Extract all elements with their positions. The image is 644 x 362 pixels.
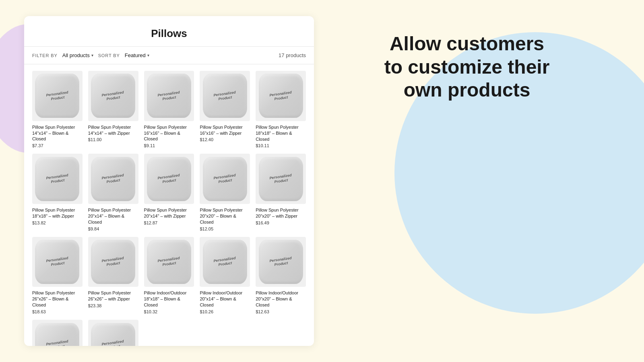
pillow-shape: PersonalizedProduct: [203, 74, 247, 118]
product-name: Pillow Spun Polyester 20"x20" – with Zip…: [256, 207, 306, 219]
pillow-shape: PersonalizedProduct: [147, 157, 191, 201]
product-card[interactable]: PersonalizedProduct Pillow Indoor/Outdoo…: [256, 237, 306, 314]
filter-bar: FILTER BY All products ▾ SORT BY Feature…: [24, 46, 314, 64]
personalized-label: PersonalizedProduct: [269, 256, 293, 268]
products-scroll[interactable]: PersonalizedProduct Pillow Spun Polyeste…: [24, 64, 314, 346]
pillow-body: PersonalizedProduct: [259, 157, 303, 201]
pillow-shape: PersonalizedProduct: [91, 74, 135, 118]
pillow-shape: PersonalizedProduct: [91, 157, 135, 201]
product-card[interactable]: PersonalizedProduct Pillow Spun Polyeste…: [88, 154, 138, 231]
product-price: $23.38: [88, 303, 138, 308]
pillow-body: PersonalizedProduct: [147, 157, 191, 201]
product-price: $13.82: [32, 220, 83, 225]
product-name: Pillow Indoor/Outdoor 20"x14" – Blown & …: [200, 290, 250, 308]
product-name: Pillow Spun Polyester 16"x16" – with Zip…: [200, 124, 250, 136]
panel-header: Pillows: [24, 16, 314, 46]
product-price: $18.63: [32, 309, 83, 314]
pillow-body: PersonalizedProduct: [203, 240, 247, 284]
product-card[interactable]: PersonalizedProduct Pillow Spun Polyeste…: [256, 71, 306, 148]
product-card[interactable]: PersonalizedProduct Pillow Spun Polyeste…: [88, 71, 138, 148]
product-image: PersonalizedProduct: [88, 237, 138, 287]
products-grid: PersonalizedProduct Pillow Spun Polyeste…: [32, 71, 306, 346]
personalized-label: PersonalizedProduct: [45, 90, 69, 102]
personalized-label: PersonalizedProduct: [213, 256, 237, 268]
product-price: $7.37: [32, 143, 83, 148]
pillow-shape: PersonalizedProduct: [35, 240, 79, 284]
sort-dropdown[interactable]: Featured ▾: [123, 51, 151, 59]
pillow-shape: PersonalizedProduct: [259, 74, 303, 118]
personalized-label: PersonalizedProduct: [101, 339, 125, 346]
product-price: $12.05: [200, 226, 250, 231]
product-card[interactable]: PersonalizedProduct Pillow Spun Polyeste…: [32, 71, 83, 148]
product-card[interactable]: PersonalizedProduct Pillow Spun Polyeste…: [144, 154, 194, 231]
product-name: Pillow Spun Polyester 20"x14" – Blown & …: [88, 207, 138, 225]
product-price: $11.00: [88, 137, 138, 142]
product-image: PersonalizedProduct: [144, 237, 194, 287]
pillow-body: PersonalizedProduct: [259, 74, 303, 118]
main-layout: Pillows FILTER BY All products ▾ SORT BY…: [0, 0, 644, 362]
product-card[interactable]: PersonalizedProduct Pillow Spun Polyeste…: [32, 320, 83, 346]
personalized-label: PersonalizedProduct: [45, 173, 69, 185]
product-image: PersonalizedProduct: [256, 237, 306, 287]
product-name: Pillow Spun Polyester 18"x18" – Blown & …: [256, 124, 306, 142]
product-image: PersonalizedProduct: [256, 154, 306, 204]
product-card[interactable]: PersonalizedProduct Pillow Indoor/Outdoo…: [200, 237, 250, 314]
product-card[interactable]: PersonalizedProduct Pillow Indoor/Outdoo…: [88, 320, 138, 346]
page-title: Pillows: [32, 27, 306, 40]
product-image: PersonalizedProduct: [32, 71, 83, 121]
product-name: Pillow Spun Polyester 20"x20" – Blown & …: [200, 207, 250, 225]
pillow-shape: PersonalizedProduct: [147, 240, 191, 284]
pillow-shape: PersonalizedProduct: [91, 323, 135, 346]
personalized-label: PersonalizedProduct: [101, 173, 125, 185]
product-name: Pillow Indoor/Outdoor 20"x20" – Blown & …: [256, 290, 306, 308]
sort-value: Featured: [125, 52, 146, 58]
product-image: PersonalizedProduct: [144, 71, 194, 121]
personalized-label: PersonalizedProduct: [45, 339, 69, 346]
product-card[interactable]: PersonalizedProduct Pillow Spun Polyeste…: [200, 71, 250, 148]
pillow-body: PersonalizedProduct: [91, 323, 135, 346]
personalized-label: PersonalizedProduct: [157, 256, 181, 268]
filter-dropdown[interactable]: All products ▾: [61, 51, 95, 59]
product-price: $12.87: [144, 220, 194, 225]
pillow-shape: PersonalizedProduct: [35, 323, 79, 346]
product-price: $12.63: [256, 309, 306, 314]
product-card[interactable]: PersonalizedProduct Pillow Indoor/Outdoo…: [144, 237, 194, 314]
product-image: PersonalizedProduct: [256, 71, 306, 121]
filter-value: All products: [62, 52, 90, 58]
product-price: $10.11: [256, 143, 306, 148]
product-name: Pillow Spun Polyester 26"x26" – Blown & …: [32, 290, 83, 308]
product-image: PersonalizedProduct: [200, 71, 250, 121]
filter-right: 17 products: [279, 52, 306, 58]
personalized-label: PersonalizedProduct: [157, 173, 181, 185]
personalized-label: PersonalizedProduct: [269, 173, 293, 185]
product-panel: Pillows FILTER BY All products ▾ SORT BY…: [24, 16, 314, 346]
pillow-body: PersonalizedProduct: [35, 240, 79, 284]
product-image: PersonalizedProduct: [144, 154, 194, 204]
product-name: Pillow Spun Polyester 20"x14" – with Zip…: [144, 207, 194, 219]
product-card[interactable]: PersonalizedProduct Pillow Spun Polyeste…: [256, 154, 306, 231]
product-card[interactable]: PersonalizedProduct Pillow Spun Polyeste…: [88, 237, 138, 314]
product-price: $10.26: [200, 309, 250, 314]
product-card[interactable]: PersonalizedProduct Pillow Spun Polyeste…: [32, 154, 83, 231]
right-section: Allow customers to customize their own p…: [314, 16, 620, 118]
product-name: Pillow Spun Polyester 16"x16" – Blown & …: [144, 124, 194, 142]
filter-by-label: FILTER BY: [32, 53, 58, 58]
product-card[interactable]: PersonalizedProduct Pillow Spun Polyeste…: [200, 154, 250, 231]
personalized-label: PersonalizedProduct: [101, 90, 125, 102]
product-price: $12.40: [200, 137, 250, 142]
product-card[interactable]: PersonalizedProduct Pillow Spun Polyeste…: [32, 237, 83, 314]
product-card[interactable]: PersonalizedProduct Pillow Spun Polyeste…: [144, 71, 194, 148]
product-image: PersonalizedProduct: [32, 237, 83, 287]
pillow-shape: PersonalizedProduct: [91, 240, 135, 284]
product-image: PersonalizedProduct: [200, 237, 250, 287]
pillow-shape: PersonalizedProduct: [35, 74, 79, 118]
pillow-body: PersonalizedProduct: [35, 323, 79, 346]
pillow-shape: PersonalizedProduct: [35, 157, 79, 201]
pillow-body: PersonalizedProduct: [203, 157, 247, 201]
pillow-body: PersonalizedProduct: [203, 74, 247, 118]
personalized-label: PersonalizedProduct: [101, 256, 125, 268]
product-image: PersonalizedProduct: [88, 320, 138, 346]
personalized-label: PersonalizedProduct: [213, 173, 237, 185]
product-name: Pillow Indoor/Outdoor 18"x18" – Blown & …: [144, 290, 194, 308]
product-name: Pillow Spun Polyester 14"x14" – with Zip…: [88, 124, 138, 136]
